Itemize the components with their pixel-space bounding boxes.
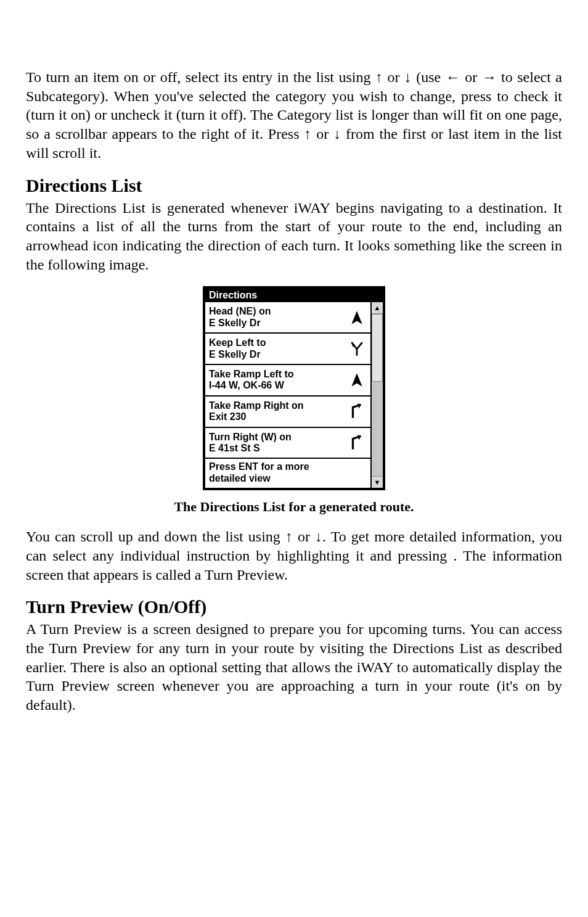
window-title: Directions [205, 289, 383, 302]
chevron-down-icon: ▼ [374, 479, 381, 486]
paragraph-turn-preview-desc: A Turn Preview is a screen designed to p… [26, 620, 562, 715]
directions-window: Directions Head (NE) on E Skelly Dr [203, 286, 385, 490]
direction-ramp-right-icon [347, 403, 367, 419]
scroll-thumb[interactable] [372, 314, 383, 382]
list-item[interactable]: Turn Right (W) on E 41st St S [205, 428, 370, 459]
direction-north-icon [347, 372, 367, 388]
list-item[interactable]: Keep Left to E Skelly Dr [205, 334, 370, 365]
list-item[interactable]: Head (NE) on E Skelly Dr [205, 302, 370, 334]
heading-directions-list: Directions List [26, 175, 562, 196]
document-page: To turn an item on or off, select its en… [0, 0, 588, 776]
heading-turn-preview: Turn Preview (On/Off) [26, 596, 562, 617]
direction-text: Head (NE) on E Skelly Dr [209, 306, 347, 329]
figure-caption: The Directions List for a generated rout… [26, 499, 562, 515]
direction-fork-left-icon [347, 341, 367, 357]
scroll-track[interactable] [372, 314, 383, 476]
direction-north-icon [347, 310, 367, 326]
paragraph-scroll-desc: You can scroll up and down the list usin… [26, 527, 562, 584]
direction-text: Take Ramp Right on Exit 230 [209, 400, 347, 423]
direction-text: Turn Right (W) on E 41st St S [209, 432, 347, 454]
svg-marker-0 [351, 311, 362, 324]
scroll-down-button[interactable]: ▼ [372, 476, 383, 488]
chevron-up-icon: ▲ [374, 305, 381, 311]
footer-hint: Press ENT for a more detailed view [205, 459, 370, 488]
direction-ramp-right-icon [347, 435, 367, 451]
list-item[interactable]: Take Ramp Right on Exit 230 [205, 397, 370, 428]
scrollbar[interactable]: ▲ ▼ [370, 302, 383, 488]
list-item[interactable]: Take Ramp Left to I-44 W, OK-66 W [205, 365, 370, 397]
direction-text: Keep Left to E Skelly Dr [209, 337, 347, 360]
paragraph-directions-desc: The Directions List is generated wheneve… [26, 199, 562, 274]
svg-marker-2 [351, 374, 362, 387]
scroll-up-button[interactable]: ▲ [372, 302, 383, 314]
paragraph-intro: To turn an item on or off, select its en… [26, 68, 562, 163]
screenshot-figure: Directions Head (NE) on E Skelly Dr [26, 286, 562, 490]
direction-text: Take Ramp Left to I-44 W, OK-66 W [209, 369, 347, 392]
directions-list-panel: Head (NE) on E Skelly Dr Keep Left to E … [205, 302, 370, 488]
